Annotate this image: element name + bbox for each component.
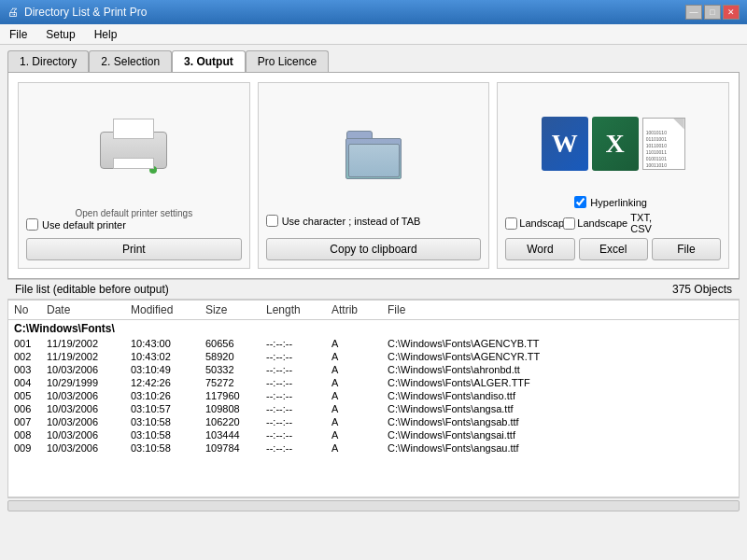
col-length: Length [266, 303, 331, 316]
menu-help[interactable]: Help [89, 26, 123, 43]
excel-landscape-checkbox[interactable] [563, 217, 575, 230]
directory-row: C:\Windows\Fonts\ [8, 320, 739, 337]
word-landscape-spacer [505, 196, 559, 208]
cell-size: 75272 [205, 377, 266, 388]
cell-modified: 10:43:02 [131, 351, 205, 362]
cell-attrib: A [331, 338, 388, 349]
export-panel: 1001011001101001101100101101001101001101… [497, 82, 729, 269]
cell-size: 117960 [205, 390, 266, 401]
cell-no: 007 [14, 416, 47, 427]
tab-pro-licence[interactable]: Pro Licence [246, 50, 329, 72]
default-printer-row: Use default printer [26, 218, 242, 231]
print-options: Open default printer settings Use defaul… [26, 208, 242, 260]
cell-no: 001 [14, 338, 47, 349]
char-replace-checkbox[interactable] [266, 215, 278, 227]
maximize-button[interactable]: □ [704, 5, 721, 20]
cell-length: --:--:-- [266, 390, 331, 401]
excel-button[interactable]: Excel [579, 238, 648, 260]
cell-modified: 03:10:49 [131, 364, 205, 375]
cell-file: C:\Windows\Fonts\angsai.ttf [388, 429, 733, 441]
cell-date: 11/19/2002 [47, 338, 131, 349]
default-printer-checkbox[interactable] [26, 218, 38, 231]
folder-front [348, 144, 400, 177]
close-button[interactable]: ✕ [723, 5, 740, 20]
printer-paper-top [113, 119, 154, 139]
cell-file: C:\Windows\Fonts\ALGER.TTF [388, 377, 733, 388]
cell-length: --:--:-- [266, 416, 331, 427]
print-button[interactable]: Print [26, 238, 242, 260]
cell-date: 10/03/2006 [47, 364, 131, 375]
col-modified: Modified [131, 303, 205, 316]
table-row: 00910/03/200603:10:58109784--:--:--AC:\W… [8, 441, 739, 455]
table-header: No Date Modified Size Length Attrib File [8, 301, 739, 320]
word-landscape-checkbox[interactable] [505, 217, 517, 230]
col-attrib: Attrib [331, 303, 388, 316]
printer-icon [96, 115, 171, 180]
word-button[interactable]: Word [505, 238, 574, 260]
default-printer-label: Use default printer [42, 219, 126, 231]
cell-length: --:--:-- [266, 403, 331, 414]
cell-modified: 03:10:57 [131, 403, 205, 414]
col-no: No [14, 303, 47, 316]
tab-output[interactable]: 3. Output [172, 50, 246, 72]
cell-no: 004 [14, 377, 47, 388]
cell-attrib: A [331, 416, 388, 427]
tabs-container: 1. Directory 2. Selection 3. Output Pro … [0, 45, 747, 72]
cell-size: 109784 [205, 442, 266, 454]
word-landscape-label: Landscape [519, 217, 570, 229]
file-lines: 1001011001101001101100101101001101001101… [643, 126, 684, 170]
cell-date: 11/19/2002 [47, 351, 131, 362]
table-row: 00810/03/200603:10:58103444--:--:--AC:\W… [8, 428, 739, 441]
tab-selection[interactable]: 2. Selection [89, 50, 172, 72]
print-panel: Open default printer settings Use defaul… [18, 82, 250, 269]
cell-file: C:\Windows\Fonts\angsab.ttf [388, 416, 733, 427]
hyperlinking-row: Hyperlinking [574, 196, 647, 208]
tab-directory[interactable]: 1. Directory [7, 50, 89, 72]
col-size: Size [205, 303, 266, 316]
cell-modified: 12:42:26 [131, 377, 205, 388]
file-button[interactable]: File [652, 238, 721, 260]
cell-file: C:\Windows\Fonts\AGENCYB.TT [388, 338, 733, 349]
excel-icon [592, 117, 639, 171]
cell-date: 10/03/2006 [47, 429, 131, 441]
cell-file: C:\Windows\Fonts\angsa.ttf [388, 403, 733, 414]
bottom-scrollbar[interactable] [7, 497, 740, 512]
copy-to-clipboard-button[interactable]: Copy to clipboard [266, 238, 482, 260]
cell-length: --:--:-- [266, 338, 331, 349]
minimize-button[interactable]: — [685, 5, 702, 20]
menu-setup[interactable]: Setup [40, 26, 80, 43]
word-icon [542, 117, 588, 171]
table-row: 00710/03/200603:10:58106220--:--:--AC:\W… [8, 415, 739, 428]
hyperlinking-checkbox[interactable] [574, 196, 586, 208]
cell-attrib: A [331, 442, 388, 454]
output-panels: Open default printer settings Use defaul… [18, 82, 729, 269]
printer-paper-bottom [113, 158, 154, 169]
office-icons: 1001011001101001101100101101001101001101… [542, 117, 685, 171]
file-type-label: TXT, CSV [630, 212, 652, 234]
menu-file[interactable]: File [4, 26, 33, 43]
col-date: Date [47, 303, 131, 316]
clipboard-panel: Use character ; instead of TAB Copy to c… [258, 82, 490, 269]
table-rows: 00111/19/200210:43:0060656--:--:--AC:\Wi… [8, 337, 739, 455]
clipboard-options: Use character ; instead of TAB Copy to c… [266, 215, 482, 260]
cell-date: 10/03/2006 [47, 390, 131, 401]
table-row: 00211/19/200210:43:0258920--:--:--AC:\Wi… [8, 350, 739, 363]
cell-attrib: A [331, 390, 388, 401]
table-row: 00610/03/200603:10:57109808--:--:--AC:\W… [8, 402, 739, 415]
file-table[interactable]: No Date Modified Size Length Attrib File… [7, 300, 740, 497]
cell-date: 10/03/2006 [47, 403, 131, 414]
cell-length: --:--:-- [266, 351, 331, 362]
cell-no: 009 [14, 442, 47, 454]
office-buttons-row: Word Excel File [505, 238, 721, 260]
cell-size: 58920 [205, 351, 266, 362]
cell-attrib: A [331, 429, 388, 441]
cell-modified: 03:10:58 [131, 442, 205, 454]
cell-file: C:\Windows\Fonts\angsau.ttf [388, 442, 733, 454]
cell-size: 109808 [205, 403, 266, 414]
folder-icon [341, 123, 406, 179]
table-row: 00510/03/200603:10:26117960--:--:--AC:\W… [8, 389, 739, 402]
cell-file: C:\Windows\Fonts\AGENCYR.TT [388, 351, 733, 362]
horizontal-scrollbar[interactable] [7, 500, 740, 511]
title-bar: 🖨 Directory List & Print Pro — □ ✕ [0, 0, 747, 24]
cell-no: 003 [14, 364, 47, 375]
